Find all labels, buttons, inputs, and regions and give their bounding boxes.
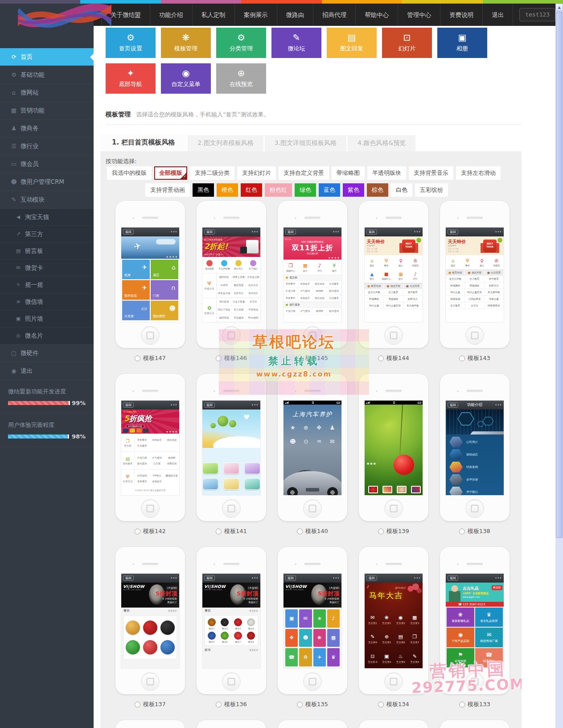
template-radio[interactable] [378,356,384,361]
sidebar-item[interactable]: ≡ 微信墙 [0,294,94,310]
phone-mockup[interactable]: 返回 ••• 吉吉礼品 最划算 1000⁺ 任选影楼精品 www.gigift.… [440,546,510,695]
template-radio[interactable] [135,356,140,361]
logged-in-user[interactable]: test123 [519,8,555,21]
app-tile[interactable]: ⊡ 幻灯片 [382,28,432,58]
topnav-item[interactable]: 关于微结盟 [101,4,150,26]
filter-button[interactable]: 支持左右滑动 [456,166,501,180]
template-radio[interactable] [135,529,140,534]
sidebar-item[interactable]: ▭ 微会员 [0,155,94,173]
sidebar-item[interactable]: ✉ 微贺卡 [0,260,94,277]
topnav-item[interactable]: 招商代理 [313,4,355,26]
phone-mockup[interactable]: 返回 ••• Vi|SHOWfashion new power [大促销] 5折… [196,546,267,695]
phone-mockup[interactable]: 返回 ••• Vi|SHOWfashion new power [大促销] 5折… [277,546,348,695]
template-radio[interactable] [459,702,465,707]
scrollbar-thumb[interactable] [556,12,563,538]
sidebar-item[interactable]: ♟ 微商务 [0,120,94,137]
phone-mockup[interactable]: 返回 ••• 11.11 100 亿精品券限量兑 双11折上折 积分换好券 ● … [277,200,348,348]
app-tile[interactable]: ⚙ 首页设置 [106,28,156,58]
template-radio[interactable] [216,702,222,707]
template-radio[interactable] [459,529,465,534]
color-filter-button[interactable]: 白色 [391,183,412,197]
sidebar-item[interactable]: ⚙ 基础功能 [0,66,94,84]
filter-button[interactable]: 全部模版 [154,166,187,180]
style-tab[interactable]: 1. 栏目首页模板风格 [100,134,186,151]
phone-mockup[interactable]: 返回 ••• ♥ [196,373,267,521]
sidebar-item[interactable]: ☻ 微用户管理CRM [0,173,94,191]
phone-mockup[interactable]: 返回 ••• 天天特价 全场包邮 百货 10 元购西货 10 元购 BEST T… [358,200,429,348]
sidebar-item[interactable]: ϟ 摇一摇 [0,277,94,294]
scrollbar[interactable]: ▲ [555,4,563,728]
app-tile[interactable]: ❋ 模板管理 [161,28,211,58]
sidebar-item[interactable]: ☰ 微行业 [0,137,94,155]
topnav-item[interactable]: 退出 [482,4,513,26]
template-radio[interactable] [378,702,384,707]
template-radio[interactable] [297,356,303,361]
template-radio[interactable] [459,356,465,361]
template-radio[interactable] [297,702,303,707]
color-filter-button[interactable]: 橙色 [217,183,238,197]
filter-button[interactable]: 支持背景音乐 [409,166,453,180]
sidebar-item[interactable]: ▤ 留言板 [0,243,94,260]
color-tile: ♪ [327,609,340,628]
filter-button[interactable]: 支持幻灯片 [237,166,276,180]
phone-mockup[interactable]: ●●● [358,373,429,521]
color-filter-button[interactable]: 红色 [241,183,262,197]
template-radio[interactable] [378,529,384,534]
template-radio[interactable] [135,702,140,707]
sidebar-item[interactable]: ▦ 营销功能 [0,102,94,120]
template-radio[interactable] [216,529,222,534]
app-tile[interactable]: ◉ 自定义菜单 [161,63,211,94]
sidebar-item[interactable]: ⇗ 第三方 [0,226,94,243]
filter-button[interactable]: 我选中的模版 [107,166,152,180]
topnav-item[interactable]: 帮助中心 [355,4,398,26]
color-filter-button[interactable]: 黑色 [193,183,214,197]
phone-mockup[interactable]: 上海汽车养护 ★⊕✥♟☻⊙♒✉ [277,373,348,521]
phone-mockup[interactable]: 返回 ••• 10.20疯狂预售 5折疯抢 抢先预购享优惠 ● ● ● ● ❒便… [115,373,185,521]
app-tile[interactable]: ✎ 微论坛 [271,28,321,58]
filter-button[interactable]: 带缩略图 [332,166,365,180]
template-radio[interactable] [297,529,303,534]
phone-mockup[interactable]: 返回 ••• 双11家装家电预售 2折起! 击破品牌工厂惊爆价! 每日抽奖 [196,200,267,348]
topnav-item[interactable]: 私人定制 [192,4,234,26]
phone-mockup[interactable]: 返回 ••• Vi|SHOWfashion new power [大促销] 5折… [115,546,185,695]
color-filter-button[interactable]: 蓝色 [319,183,340,197]
style-tab[interactable]: 3.图文详细页模板风格 [265,135,346,151]
topnav-item[interactable]: 案例展示 [234,4,277,26]
topnav-item[interactable]: 管理中心 [398,4,440,26]
sidebar-item[interactable]: ⟳ 首页 [0,48,94,66]
sidebar-item[interactable]: ✎ 互动模块 [0,191,94,209]
sidebar-item[interactable]: ◎ 微名片 [0,327,94,344]
menu-dots-icon: ••• [171,230,177,234]
color-filter-button[interactable]: 紫色 [343,183,364,197]
color-filter-button[interactable]: 支持背景动画 [145,183,190,197]
topnav-item[interactable]: 资费说明 [440,4,482,26]
phone-mockup[interactable]: 返回 功能介绍 ••• 公司简介 [440,373,510,521]
phone-mockup[interactable]: 返回 ••• ♪ 新年快乐 马年大吉 ✉ 主分类1 ❀ [358,546,429,695]
phone-mockup[interactable]: 返回 ••• ✈ ● ● ● ● ✈ 机票 ⌂ 酒店 [115,200,185,348]
sidebar-item[interactable]: ◀ 淘宝天猫 [0,209,94,226]
sidebar-item[interactable]: ▣ 照片墙 [0,310,94,327]
color-filter-button[interactable]: 五彩缤纷 [415,183,448,197]
template-card-144: 返回 ••• 天天特价 全场包邮 百货 10 元购西货 10 元购 BEST T… [358,200,429,362]
sidebar-item[interactable]: ▢ 微硬件 [0,344,94,362]
app-tile[interactable]: ✦ 底部导航 [106,63,156,94]
color-filter-button[interactable]: 绿色 [295,183,316,197]
scrollbar-up-button[interactable]: ▲ [555,4,563,11]
topnav-item[interactable]: 功能介绍 [150,4,192,26]
style-tab[interactable]: 2.图文列表模板风格 [188,135,263,151]
app-tile[interactable]: ▤ 图文回复 [327,28,377,58]
topnav-item[interactable]: 微路由 [277,4,313,26]
app-tile[interactable]: ⊕ 在线预览 [216,63,266,94]
style-tab[interactable]: 4.颜色风格&预览 [348,135,415,151]
phone-mockup[interactable]: 返回 ••• 天天特价 全场包邮 百货 10 元购西货 10 元购 BEST T… [440,200,510,348]
template-radio[interactable] [216,356,222,361]
color-filter-button[interactable]: 棕色 [367,183,388,197]
sidebar-item[interactable]: ⌂ 微网站 [0,84,94,102]
sidebar-item[interactable]: ◉ 退出 [0,362,94,380]
filter-button[interactable]: 支持二级分类 [190,166,234,180]
app-tile[interactable]: ⚙ 分类管理 [216,28,266,58]
filter-button[interactable]: 半透明版块 [367,166,406,180]
color-filter-button[interactable]: 粉色红 [265,183,292,197]
app-tile[interactable]: ▣ 相册 [437,28,487,58]
filter-button[interactable]: 支持自定义背景 [279,166,329,180]
